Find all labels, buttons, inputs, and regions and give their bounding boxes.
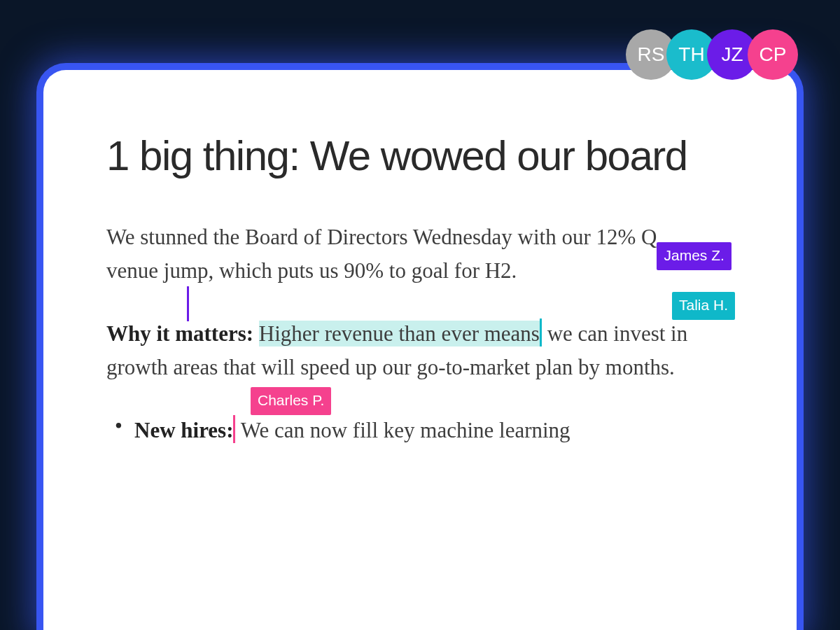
document-container[interactable]: 1 big thing: We wowed our board We stunn…	[43, 70, 797, 630]
paragraph-1-text-a: We stunned the Board of Directors Wednes…	[106, 225, 657, 249]
paragraph-1-text-b: venue jump, which puts us 90% to goal fo…	[106, 258, 517, 283]
paragraph-2[interactable]: Talia H. Why it matters: Higher revenue …	[106, 313, 734, 384]
collaborator-avatars: RS TH JZ CP	[636, 29, 798, 80]
document-title[interactable]: 1 big thing: We wowed our board	[106, 132, 734, 180]
why-it-matters-label: Why it matters:	[106, 321, 253, 346]
bullet-list[interactable]: Charles P. New hires: We can now fill ke…	[106, 410, 734, 447]
cursor-line-talia	[540, 318, 542, 346]
highlighted-text: Higher revenue than ever means	[259, 321, 540, 346]
cursor-tag-talia: Talia H.	[672, 292, 735, 320]
new-hires-label: New hires:	[134, 418, 233, 442]
bullet-item-1[interactable]: Charles P. New hires: We can now fill ke…	[134, 410, 734, 447]
cursor-tag-charles: Charles P.	[251, 387, 331, 415]
paragraph-1[interactable]: We stunned the Board of Directors Wednes…	[106, 220, 734, 288]
cursor-line-james	[187, 286, 189, 321]
avatar-cp[interactable]: CP	[748, 29, 798, 80]
document-body[interactable]: We stunned the Board of Directors Wednes…	[106, 220, 734, 447]
bullet-1-text: We can now fill key machine learning	[235, 418, 570, 442]
cursor-tag-james: James Z.	[657, 242, 731, 270]
cursor-line-charles	[233, 415, 235, 443]
